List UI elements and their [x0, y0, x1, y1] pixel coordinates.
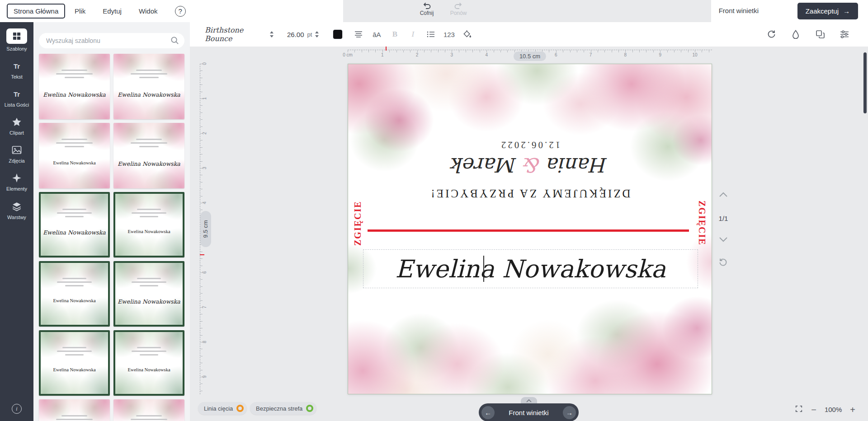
- template-guest-name: Ewelina Nowakowska: [115, 367, 183, 372]
- accept-button[interactable]: Zaakceptuj →: [797, 3, 858, 19]
- opacity-button[interactable]: [789, 25, 802, 43]
- sidebar-item-warstwy[interactable]: Warstwy: [0, 201, 33, 220]
- home-button[interactable]: Strona Główna: [7, 4, 65, 19]
- font-size-unit: pt: [307, 31, 312, 38]
- card-height-badge[interactable]: 9.5 cm: [200, 211, 211, 247]
- page-indicator: 1/1: [714, 215, 732, 222]
- v-ruler-label: 6: [202, 271, 207, 274]
- italic-button[interactable]: I: [404, 25, 422, 43]
- template-thumbnail[interactable]: Ewelina Nowakowska: [113, 261, 184, 327]
- h-ruler-label: 4: [485, 52, 488, 57]
- template-floral-decor: [113, 54, 184, 119]
- photo-icon: [12, 144, 22, 156]
- refresh-button[interactable]: [765, 25, 778, 43]
- letter-case-button[interactable]: āA: [368, 25, 386, 43]
- font-size-stepper[interactable]: [315, 31, 319, 37]
- ampersand-accent: &: [524, 154, 541, 177]
- menu-item-plik[interactable]: Plik: [75, 7, 85, 15]
- align-button[interactable]: [349, 25, 368, 43]
- page-nav-label: Front winietki: [509, 409, 548, 416]
- vertical-ruler: 0123456789 9.5 cm: [198, 64, 212, 394]
- sidebar-item-szablony[interactable]: Szablony: [0, 28, 33, 51]
- font-size-control[interactable]: 26.00 pt: [287, 31, 319, 38]
- font-family-select[interactable]: Birthstone Bounce: [205, 26, 274, 43]
- template-floral-decor: [41, 194, 108, 256]
- template-thumbnail[interactable]: Ewelina Nowakowska: [39, 123, 110, 188]
- menu-item-edytuj[interactable]: Edytuj: [103, 7, 122, 15]
- ruler-cursor-marker-x: [386, 47, 387, 51]
- list-icon: [427, 31, 435, 38]
- list-button[interactable]: [422, 25, 440, 43]
- font-size-value: 26.00: [287, 31, 304, 38]
- canvas-area: 0 cm12345678910 10.5 cm 0123456789 9.5 c…: [190, 47, 868, 421]
- sidebar-item-tekst[interactable]: Tr Tekst: [0, 60, 33, 80]
- bold-button[interactable]: B: [386, 25, 404, 43]
- card-width-badge[interactable]: 10.5 cm: [514, 51, 546, 61]
- settings-sliders-button[interactable]: [838, 25, 851, 43]
- template-floral-decor: [115, 263, 183, 325]
- numbering-button[interactable]: 123: [440, 25, 458, 43]
- search-icon: [170, 36, 179, 47]
- search-input[interactable]: [39, 33, 184, 48]
- template-floral-decor: [115, 194, 183, 256]
- fill-bucket-button[interactable]: [458, 25, 476, 43]
- arrange-layers-button[interactable]: [814, 25, 826, 43]
- fullscreen-icon: [795, 405, 803, 413]
- cut-line-toggle[interactable]: Linia cięcia: [198, 402, 247, 415]
- card-date-text[interactable]: 12.06.2022: [348, 139, 712, 150]
- text-color-swatch[interactable]: [333, 30, 342, 39]
- card-couple-names-text[interactable]: Hania & Marek: [348, 154, 712, 177]
- template-thumbnail[interactable]: Ewelina Nowakowska: [39, 330, 110, 396]
- info-icon[interactable]: i: [12, 404, 22, 414]
- safe-zone-toggle[interactable]: Bezpieczna strefa: [250, 402, 316, 415]
- redo-button[interactable]: Ponów: [444, 2, 473, 16]
- menu-item-widok[interactable]: Widok: [139, 7, 158, 15]
- chevron-up-icon: [526, 399, 532, 402]
- template-thumbnail[interactable]: Ewelina Nowakowska: [113, 399, 184, 421]
- template-thumbnail[interactable]: Ewelina Nowakowska: [39, 192, 110, 257]
- rotate-page-button[interactable]: [717, 258, 730, 267]
- fullscreen-button[interactable]: [795, 405, 803, 414]
- template-guest-name: Ewelina Nowakowska: [113, 91, 184, 98]
- h-ruler-label: 3: [451, 52, 453, 57]
- template-thumbnail[interactable]: Ewelina Nowakowska: [113, 123, 184, 188]
- template-thumbnail[interactable]: Ewelina Nowakowska: [113, 192, 184, 257]
- template-header-lines: [41, 209, 108, 217]
- template-thumbnail[interactable]: Ewelina Nowakowska: [39, 261, 110, 327]
- zoom-in-button[interactable]: +: [850, 405, 855, 414]
- window-scrollbar[interactable]: [863, 52, 867, 113]
- template-thumbnail[interactable]: Ewelina Nowakowska: [39, 54, 110, 119]
- h-ruler-label: 6: [555, 52, 557, 57]
- template-guest-name: Ewelina Nowakowska: [39, 91, 110, 98]
- toolbar-right-group: [765, 25, 851, 43]
- font-family-stepper[interactable]: [270, 31, 274, 37]
- topbar-canvas-strip: [343, 0, 711, 22]
- card-thanks-text[interactable]: DZIĘKUJEMY ZA PRZYBYCIE!: [348, 187, 712, 200]
- sidebar-item-elementy[interactable]: Elementy: [0, 172, 33, 192]
- v-ruler-label: 3: [202, 167, 207, 169]
- sidebar-item-lista-gosci[interactable]: Tr Lista Gości: [0, 88, 33, 108]
- text-icon: Tr: [14, 60, 20, 72]
- droplet-icon: [792, 30, 799, 39]
- rotate-icon: [719, 258, 728, 267]
- text-toolbar: Birthstone Bounce 26.00 pt āA B I 123: [190, 22, 868, 47]
- next-page-button[interactable]: →: [563, 406, 576, 419]
- prev-page-button[interactable]: ←: [481, 406, 495, 419]
- zoom-out-button[interactable]: −: [811, 405, 816, 414]
- v-ruler-label: 8: [202, 341, 207, 343]
- template-thumbnail[interactable]: Ewelina Nowakowska: [113, 330, 184, 396]
- h-ruler-label: 8: [624, 52, 627, 57]
- page-down-button[interactable]: [717, 237, 730, 242]
- guest-name-text[interactable]: Ewelina Nowakowska: [363, 249, 698, 288]
- sidebar-item-zdjecia[interactable]: Zdjęcia: [0, 144, 33, 164]
- undo-button[interactable]: Cofnij: [412, 2, 441, 16]
- page-navigation: ← Front winietki →: [479, 403, 579, 421]
- design-card[interactable]: 12.06.2022 Hania & Marek DZIĘKUJEMY ZA P…: [348, 64, 712, 394]
- fold-label-right: ZGIĘCIE: [697, 192, 707, 255]
- template-thumbnail[interactable]: Ewelina Nowakowska: [39, 399, 110, 421]
- page-up-button[interactable]: [717, 192, 730, 197]
- sidebar-item-clipart[interactable]: Clipart: [0, 116, 33, 136]
- template-thumbnail[interactable]: Ewelina Nowakowska: [113, 54, 184, 119]
- cut-line-indicator-icon: [236, 405, 244, 412]
- help-icon[interactable]: ?: [175, 6, 186, 17]
